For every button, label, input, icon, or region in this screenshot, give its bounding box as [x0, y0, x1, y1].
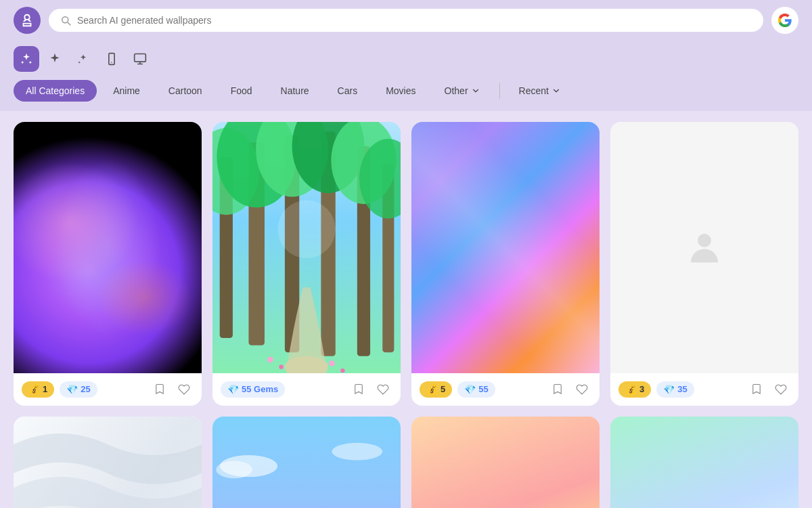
category-anime[interactable]: Anime — [101, 80, 152, 102]
wallpaper-image[interactable] — [212, 417, 401, 508]
wallpaper-card: 💎 55 Gems — [212, 122, 401, 406]
heart-icon — [377, 383, 389, 396]
tool-sparkle-multi[interactable] — [14, 46, 39, 72]
wallpaper-card — [212, 417, 401, 508]
coin-price: 💰 5 — [420, 381, 452, 398]
search-icon — [60, 14, 72, 26]
coin-price: 💰 1 — [22, 381, 54, 398]
chevron-down-recent-icon — [551, 86, 561, 96]
sparkle-small-icon — [76, 52, 90, 66]
search-bar — [49, 9, 763, 32]
category-cartoon[interactable]: Cartoon — [156, 80, 215, 102]
gem-price: 💎 55 Gems — [221, 381, 285, 398]
svg-point-34 — [216, 461, 252, 478]
wallpaper-card: 💰 5 💎 55 — [411, 122, 600, 406]
toolbar — [0, 41, 812, 80]
card-footer: 💰 5 💎 55 — [411, 373, 600, 406]
image-placeholder-icon — [684, 227, 725, 268]
tool-mobile[interactable] — [99, 46, 125, 72]
category-recent[interactable]: Recent — [507, 80, 573, 102]
heart-icon — [775, 383, 787, 396]
tool-sparkle-small[interactable] — [70, 46, 96, 72]
bookmark-button[interactable] — [747, 380, 766, 399]
gem-count: 💎 35 — [656, 381, 694, 398]
wallpaper-card: 💰 1 💎 25 — [14, 122, 202, 406]
wave-illustration — [14, 417, 202, 508]
category-nature[interactable]: Nature — [269, 80, 321, 102]
wallpaper-image[interactable] — [411, 122, 600, 373]
like-button[interactable] — [572, 380, 591, 399]
bookmark-icon — [750, 383, 763, 396]
gem-count: 💎 55 — [457, 381, 495, 398]
category-movies[interactable]: Movies — [374, 80, 428, 102]
svg-point-35 — [332, 442, 382, 460]
svg-point-22 — [698, 234, 711, 247]
sparkle-multi-icon — [20, 52, 33, 66]
category-food[interactable]: Food — [219, 80, 265, 102]
svg-point-18 — [267, 357, 273, 363]
sunset-illustration — [212, 417, 401, 508]
tool-sparkle[interactable] — [42, 46, 68, 72]
svg-point-19 — [279, 365, 283, 369]
mobile-icon — [105, 52, 118, 66]
header — [0, 0, 812, 41]
bookmark-button[interactable] — [150, 380, 169, 399]
nav-divider — [499, 83, 500, 99]
category-other[interactable]: Other — [432, 80, 493, 102]
wallpaper-image[interactable] — [14, 122, 202, 373]
search-input[interactable] — [77, 15, 752, 26]
svg-point-21 — [340, 368, 344, 373]
like-button[interactable] — [771, 380, 790, 399]
google-icon — [777, 13, 792, 28]
bookmark-button[interactable] — [548, 380, 567, 399]
svg-point-1 — [111, 62, 112, 63]
card-footer: 💰 3 💎 35 — [610, 373, 798, 406]
category-all[interactable]: All Categories — [14, 80, 97, 102]
categories-nav: All Categories Anime Cartoon Food Nature… — [0, 80, 812, 111]
forest-illustration — [212, 122, 401, 373]
heart-icon — [576, 383, 588, 396]
bookmark-icon — [353, 383, 365, 396]
svg-rect-2 — [135, 54, 146, 62]
google-button[interactable] — [771, 7, 798, 34]
wallpaper-card — [411, 417, 600, 508]
svg-point-20 — [329, 360, 335, 366]
gem-count: 💎 25 — [60, 381, 97, 398]
wallpaper-image[interactable] — [212, 122, 401, 373]
wallpaper-card — [14, 417, 202, 508]
sparkle-icon — [48, 52, 62, 66]
desktop-icon — [133, 52, 147, 66]
svg-rect-0 — [109, 54, 114, 65]
wallpaper-placeholder[interactable] — [610, 122, 798, 373]
wallpaper-image[interactable] — [610, 417, 798, 508]
wallpaper-card: 💰 3 💎 35 — [610, 122, 798, 406]
chevron-down-icon — [471, 86, 480, 96]
like-button[interactable] — [175, 380, 194, 399]
bookmark-icon — [154, 383, 166, 396]
logo-button[interactable] — [14, 7, 41, 34]
category-cars[interactable]: Cars — [325, 80, 370, 102]
coin-price: 💰 3 — [618, 381, 651, 398]
wallpaper-image[interactable] — [411, 417, 600, 508]
wallpaper-card — [610, 417, 798, 508]
bookmark-button[interactable] — [349, 380, 368, 399]
wallpaper-image[interactable] — [14, 417, 202, 508]
wallpaper-grid: 💰 1 💎 25 — [0, 111, 812, 508]
logo-icon — [20, 13, 35, 28]
svg-point-17 — [277, 200, 336, 259]
like-button[interactable] — [374, 380, 392, 399]
card-footer: 💰 1 💎 25 — [14, 373, 202, 406]
heart-icon — [178, 383, 190, 396]
tool-desktop[interactable] — [127, 46, 153, 72]
bookmark-icon — [551, 383, 564, 396]
card-footer: 💎 55 Gems — [212, 373, 401, 406]
